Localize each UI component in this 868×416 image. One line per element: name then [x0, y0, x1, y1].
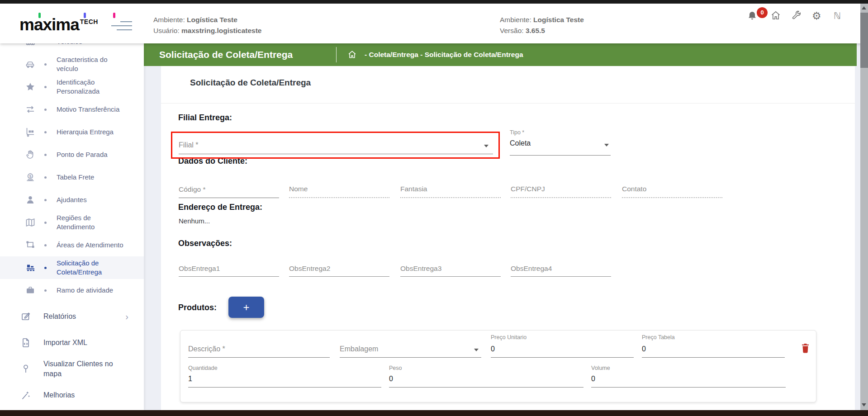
sidebar-item-veiculos[interactable]: Veículos [0, 43, 144, 53]
main-content-area: Solicitação de Coleta/Entrega - Coleta/E… [144, 43, 861, 410]
codigo-field[interactable] [179, 180, 279, 198]
home-icon[interactable] [770, 10, 781, 23]
chevron-down-icon [604, 144, 609, 147]
xml-document-icon [20, 337, 32, 348]
sidebar-item-regioes-de-atendimento[interactable]: Regiões de Atendimento [0, 211, 144, 234]
obs-entrega4-field[interactable] [511, 261, 611, 277]
delete-product-trash-icon[interactable] [801, 343, 810, 355]
scrollbar-down-arrow[interactable] [862, 403, 866, 407]
section-heading-observacoes: Observações: [178, 239, 232, 248]
sidebar-item-label: Solicitação de Coleta/Entrega [57, 259, 128, 277]
sidebar-item-ajudantes[interactable]: Ajudantes [0, 189, 144, 211]
sidebar-item-identificacao-personalizada[interactable]: Identificação Personalizada [0, 76, 144, 98]
form-panel: Solicitação de Coleta/Entrega Filial Ent… [161, 66, 855, 410]
page-title: Solicitação de Coleta/Entrega [159, 43, 293, 66]
maxima-tech-logo: maximaTECH [19, 14, 98, 35]
environment-version-info: Ambiente: Logística Teste Versão: 3.65.5 [500, 14, 584, 36]
filial-select-placeholder: Filial * [179, 141, 199, 149]
sidebar-group-label: Relatórios [43, 312, 132, 321]
sidebar-item-label: Regiões de Atendimento [57, 213, 128, 232]
product-card: Embalagem Preço Unitario Preço Tabela Qu… [180, 330, 816, 402]
settings-gear-icon[interactable]: ⚙ [812, 10, 821, 22]
magic-wand-icon [20, 390, 32, 401]
sidebar-item-label: Ponto de Parada [57, 150, 128, 159]
scrollbar-thumb[interactable] [860, 13, 868, 68]
endereco-empty-value: Nenhum... [179, 217, 210, 225]
bullet-dot [44, 154, 47, 156]
vertical-scrollbar[interactable] [860, 4, 868, 410]
bullet-dot [44, 176, 47, 179]
bullet-dot [44, 289, 47, 292]
cliente-fields-row [179, 180, 744, 198]
observacoes-fields-row [179, 261, 631, 277]
sidebar-item-label: Identificação Personalizada [57, 78, 128, 96]
sidebar-group-visualizar-clientes-mapa[interactable]: Visualizar Clientes no mapa [0, 358, 144, 380]
volume-field[interactable]: Volume [591, 365, 786, 388]
sidebar-item-motivo-transferencia[interactable]: Motivo Transferência [0, 98, 144, 121]
preco-unitario-field[interactable]: Preço Unitario [491, 334, 634, 358]
sidebar-item-label: Ramo de atividade [57, 286, 128, 295]
obs-entrega1-field[interactable] [179, 261, 279, 277]
preco-unitario-label: Preço Unitario [491, 334, 526, 340]
quantidade-field[interactable]: Quantidade [188, 365, 381, 388]
sidebar-group-melhorias[interactable]: Melhorias [0, 384, 144, 407]
pallet-icon [24, 262, 36, 273]
bullet-dot [44, 86, 47, 88]
section-heading-produtos: Produtos: [178, 303, 217, 312]
truck-icon [24, 43, 36, 47]
sidebar-group-relatorios[interactable]: Relatórios › [0, 305, 144, 328]
breadcrumb: - Coleta/Entrega - Solicitação de Coleta… [365, 43, 523, 66]
bullet-dot [44, 222, 47, 224]
bullet-dot [44, 199, 47, 201]
sidebar-group-importar-xml[interactable]: Importar XML [0, 331, 144, 354]
sidebar-item-label: Ajudantes [57, 195, 128, 204]
sidebar-item-label: Veículos [57, 43, 128, 46]
chevron-right-icon: › [125, 312, 128, 321]
preco-tabela-field[interactable]: Preço Tabela [642, 334, 785, 358]
sidebar-item-hierarquia-entrega[interactable]: Hierarquia Entrega [0, 121, 144, 143]
divider [161, 103, 855, 104]
descricao-field[interactable] [188, 340, 330, 358]
sidebar-item-ramo-de-atividade[interactable]: Ramo de atividade [0, 279, 144, 302]
sidebar-item-label: Hierarquia Entrega [57, 128, 128, 137]
titlebar-separator [336, 47, 337, 62]
scrollbar-up-arrow[interactable] [862, 6, 866, 9]
add-product-button[interactable]: + [228, 297, 264, 318]
chevron-down-icon [474, 349, 479, 351]
sidebar-group-label: Visualizar Clientes no mapa [43, 359, 132, 379]
peso-field[interactable]: Peso [389, 365, 583, 388]
breadcrumb-home-icon[interactable] [347, 50, 357, 61]
sidebar-item-areas-de-atendimento[interactable]: Áreas de Atendimento [0, 234, 144, 256]
form-title: Solicitação de Coleta/Entrega [190, 78, 311, 88]
filial-select[interactable]: Filial * [179, 137, 493, 154]
fantasia-field [400, 180, 501, 198]
notifications-bell-icon[interactable]: 0 [747, 11, 758, 24]
wrench-tools-icon[interactable] [791, 10, 802, 23]
logo-green-tick [38, 13, 41, 18]
sidebar-item-tabela-frete[interactable]: $ Tabela Frete [0, 166, 144, 189]
app-header: maximaTECH Ambiente: Logística Teste Usu… [0, 4, 868, 43]
section-heading-dados-cliente: Dados do Cliente: [178, 156, 247, 166]
sidebar-item-caracteristica-veiculo[interactable]: Caracteristica do veículo [0, 53, 144, 76]
sidebar-item-solicitacao-coleta-entrega[interactable]: Solicitação de Coleta/Entrega [0, 256, 144, 279]
sidebar-item-label: Caracteristica do veículo [57, 55, 128, 73]
logo-pink-tick [113, 13, 115, 18]
money-circle-icon: $ [24, 172, 36, 183]
logout-icon[interactable]: ℕ [834, 10, 841, 22]
sidebar-menu: Veículos Caracteristica do veículo Ident… [0, 43, 144, 410]
bullet-dot [44, 267, 47, 269]
hand-truck-icon [24, 127, 36, 137]
map-icon [24, 217, 36, 228]
sidebar-group-label: Melhorias [43, 390, 132, 400]
obs-entrega2-field[interactable] [289, 261, 389, 277]
sidebar-toggle-hamburger-icon[interactable] [111, 21, 132, 33]
window-top-strip [0, 0, 868, 4]
obs-entrega3-field[interactable] [400, 261, 501, 277]
svg-text:$: $ [29, 174, 31, 179]
bullet-dot [44, 109, 47, 111]
peso-label: Peso [389, 365, 402, 371]
embalagem-select[interactable]: Embalagem [340, 340, 481, 358]
nome-field [289, 180, 389, 198]
sidebar-item-ponto-de-parada[interactable]: Ponto de Parada [0, 143, 144, 166]
tipo-select[interactable]: Tipo * Coleta [510, 129, 611, 156]
